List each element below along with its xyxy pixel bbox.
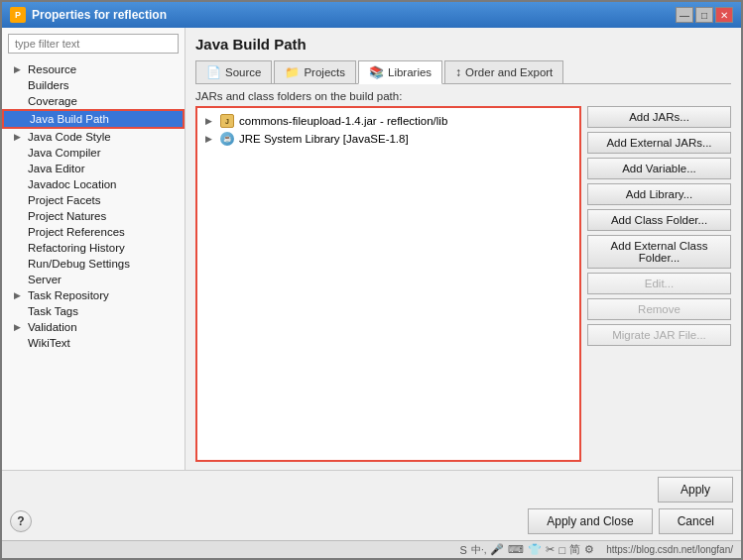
sidebar-item-javadoc-location[interactable]: Javadoc Location xyxy=(2,176,185,192)
jre-library-icon: ☕ xyxy=(219,132,235,146)
action-buttons-column: Add JARs... Add External JARs... Add Var… xyxy=(587,106,731,462)
panel-title: Java Build Path xyxy=(195,36,731,53)
tab-source[interactable]: 📄 Source xyxy=(195,60,272,83)
sidebar-item-java-compiler[interactable]: Java Compiler xyxy=(2,145,185,161)
right-panel: Java Build Path 📄 Source 📁 Projects 📚 Li… xyxy=(186,28,741,470)
ime-box-icon: □ xyxy=(558,544,565,556)
sidebar-item-label: Refactoring History xyxy=(28,242,125,254)
tree-expand-arrow: ▶ xyxy=(205,116,215,126)
jar-icon-shape: J xyxy=(220,114,234,128)
ime-status-text: 中·, xyxy=(471,543,487,557)
sidebar-item-java-editor[interactable]: Java Editor xyxy=(2,161,185,176)
sidebar-item-refactoring-history[interactable]: Refactoring History xyxy=(2,240,185,256)
edit-button[interactable]: Edit... xyxy=(587,273,731,294)
projects-tab-icon: 📁 xyxy=(285,65,300,79)
close-button[interactable]: ✕ xyxy=(715,7,733,23)
sidebar-item-project-natures[interactable]: Project Natures xyxy=(2,208,185,224)
sidebar-item-project-facets[interactable]: Project Facets xyxy=(2,192,185,208)
panel-body: JARs and class folders on the build path… xyxy=(195,90,731,462)
help-button[interactable]: ? xyxy=(10,510,32,532)
source-tab-icon: 📄 xyxy=(206,65,221,79)
minimize-button[interactable]: — xyxy=(676,7,693,23)
title-controls: — □ ✕ xyxy=(676,7,733,23)
tab-order-export[interactable]: ↕ Order and Export xyxy=(444,60,563,83)
sidebar-item-label: WikiText xyxy=(28,337,70,349)
add-external-class-folder-button[interactable]: Add External Class Folder... xyxy=(587,235,731,269)
sidebar: ▶ Resource Builders Coverage Java Build … xyxy=(2,28,186,470)
sidebar-item-validation[interactable]: ▶ Validation xyxy=(2,319,185,335)
sidebar-item-label: Java Build Path xyxy=(30,113,109,125)
ime-mic-icon: 🎤 xyxy=(490,543,504,556)
add-external-jars-button[interactable]: Add External JARs... xyxy=(587,132,731,154)
ime-settings-icon: ⚙ xyxy=(584,543,594,556)
maximize-button[interactable]: □ xyxy=(695,7,713,23)
arrow-icon: ▶ xyxy=(14,132,24,142)
bottom-buttons-row: ? Apply and Close Cancel xyxy=(10,508,733,534)
sidebar-item-task-tags[interactable]: Task Tags xyxy=(2,303,185,319)
sidebar-item-server[interactable]: Server xyxy=(2,272,185,287)
ime-cjk-icon: 简 xyxy=(569,542,580,557)
window-icon: P xyxy=(10,7,26,23)
tree-expand-arrow: ▶ xyxy=(205,134,215,144)
tab-libraries[interactable]: 📚 Libraries xyxy=(358,60,442,84)
tree-item-label: commons-fileupload-1.4.jar - reflection/… xyxy=(239,115,447,127)
order-export-tab-icon: ↕ xyxy=(455,65,461,79)
panel-description: JARs and class folders on the build path… xyxy=(195,90,731,102)
sidebar-tree: ▶ Resource Builders Coverage Java Build … xyxy=(2,59,185,470)
sidebar-item-java-code-style[interactable]: ▶ Java Code Style xyxy=(2,129,185,145)
sidebar-item-run-debug[interactable]: Run/Debug Settings xyxy=(2,256,185,272)
tab-projects[interactable]: 📁 Projects xyxy=(274,60,356,83)
sidebar-item-builders[interactable]: Builders xyxy=(2,77,185,93)
title-bar-left: P Properties for reflection xyxy=(10,7,167,23)
sidebar-item-project-references[interactable]: Project References xyxy=(2,224,185,240)
properties-window: P Properties for reflection — □ ✕ ▶ Reso… xyxy=(0,0,743,560)
sidebar-item-label: Project Facets xyxy=(28,194,101,206)
filter-input[interactable] xyxy=(8,34,179,54)
tab-projects-label: Projects xyxy=(304,66,345,78)
sidebar-item-label: Server xyxy=(28,274,62,285)
sidebar-item-label: Validation xyxy=(28,321,77,333)
arrow-icon: ▶ xyxy=(14,322,24,332)
sidebar-item-java-build-path[interactable]: Java Build Path xyxy=(2,109,185,129)
tree-item-commons-fileupload[interactable]: ▶ J commons-fileupload-1.4.jar - reflect… xyxy=(201,112,575,130)
sidebar-item-label: Java Editor xyxy=(28,163,85,174)
apply-close-button[interactable]: Apply and Close xyxy=(528,508,652,534)
add-jars-button[interactable]: Add JARs... xyxy=(587,106,731,128)
tab-source-label: Source xyxy=(225,66,261,78)
status-bar: S 中·, 🎤 ⌨ 👕 ✂ □ 简 ⚙ https://blog.csdn.ne… xyxy=(2,540,741,558)
add-class-folder-button[interactable]: Add Class Folder... xyxy=(587,209,731,231)
libraries-tab-icon: 📚 xyxy=(369,65,384,79)
apply-row: Apply xyxy=(10,477,733,503)
tree-item-label: JRE System Library [JavaSE-1.8] xyxy=(239,133,409,145)
title-bar: P Properties for reflection — □ ✕ xyxy=(2,2,741,28)
sidebar-item-task-repository[interactable]: ▶ Task Repository xyxy=(2,287,185,303)
panel-main: ▶ J commons-fileupload-1.4.jar - reflect… xyxy=(195,106,731,462)
bottom-bar: Apply ? Apply and Close Cancel xyxy=(2,470,741,540)
build-path-tree: ▶ J commons-fileupload-1.4.jar - reflect… xyxy=(195,106,581,462)
add-library-button[interactable]: Add Library... xyxy=(587,183,731,205)
sidebar-item-label: Java Code Style xyxy=(28,131,111,143)
tree-item-jre-system-library[interactable]: ▶ ☕ JRE System Library [JavaSE-1.8] xyxy=(201,130,575,148)
sidebar-item-label: Resource xyxy=(28,63,76,75)
ime-shirt-icon: 👕 xyxy=(528,543,542,556)
sidebar-item-wikitext[interactable]: WikiText xyxy=(2,335,185,351)
sidebar-item-label: Java Compiler xyxy=(28,147,101,159)
sidebar-item-resource[interactable]: ▶ Resource xyxy=(2,61,185,77)
arrow-icon: ▶ xyxy=(14,290,24,300)
cancel-button[interactable]: Cancel xyxy=(659,508,733,534)
window-title: Properties for reflection xyxy=(32,8,167,22)
sidebar-item-label: Run/Debug Settings xyxy=(28,258,130,270)
sidebar-item-coverage[interactable]: Coverage xyxy=(2,93,185,109)
add-variable-button[interactable]: Add Variable... xyxy=(587,158,731,179)
remove-button[interactable]: Remove xyxy=(587,298,731,320)
sidebar-item-label: Builders xyxy=(28,79,69,91)
ime-logo-icon: S xyxy=(460,544,467,556)
arrow-icon: ▶ xyxy=(14,64,24,74)
ime-bar: S 中·, 🎤 ⌨ 👕 ✂ □ 简 ⚙ https://blog.csdn.ne… xyxy=(460,542,733,557)
apply-button[interactable]: Apply xyxy=(658,477,733,503)
bottom-right-buttons: Apply and Close Cancel xyxy=(528,508,733,534)
sidebar-item-label: Project References xyxy=(28,226,125,238)
status-url: https://blog.csdn.net/longfan/ xyxy=(606,544,733,555)
migrate-jar-button[interactable]: Migrate JAR File... xyxy=(587,324,731,346)
ime-cut-icon: ✂ xyxy=(546,543,555,556)
